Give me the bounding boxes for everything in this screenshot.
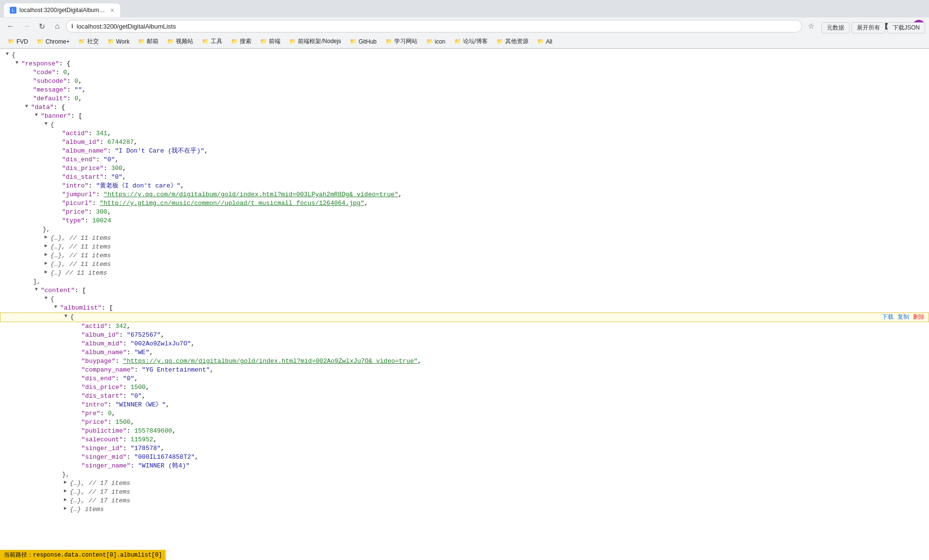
json-banner-collapsed-2: ▶ {…}, // 11 items: [0, 243, 929, 251]
json-dis-price-line: "dis_price": 300,: [0, 164, 929, 173]
json-al-price-line: "price": 1500,: [0, 418, 929, 427]
json-al-company-line: "company_name": "YG Entertainment",: [0, 366, 929, 374]
bookmark-email[interactable]: 📁 邮箱: [134, 36, 162, 47]
tab-bar: L localhost:3200/getDigitalAlbumLists ×: [0, 0, 929, 17]
content-item2-toggle[interactable]: ▶: [62, 488, 69, 495]
bookmarks-bar: 📁 FVD 📁 Chrome+ 📁 社交 📁 Work 📁 邮箱 📁 视频站 📁…: [0, 35, 929, 48]
bookmark-nodejs[interactable]: 📁 前端框架/Nodejs: [285, 36, 345, 47]
data-toggle[interactable]: ▼: [23, 103, 30, 110]
json-message-line: "message": "",: [0, 86, 929, 94]
root-toggle[interactable]: ▼: [4, 51, 11, 58]
json-al-album-mid-line: "album_mid": "002Ao9ZwlxJu7O",: [0, 340, 929, 348]
content-item4-toggle[interactable]: ▶: [62, 505, 69, 512]
bookmark-learning[interactable]: 📁 学习网站: [382, 36, 421, 47]
active-tab[interactable]: L localhost:3200/getDigitalAlbumLists ×: [4, 3, 120, 17]
download-action-button[interactable]: 下载: [882, 313, 894, 322]
forward-button[interactable]: →: [19, 19, 33, 33]
json-al-singer-name-line: "singer_name": "WINNER (韩4)": [0, 462, 929, 470]
tab-favicon: L: [10, 7, 16, 14]
bookmark-all[interactable]: 📁 All: [533, 37, 556, 46]
json-al-publictime-line: "publictime": 1557849600,: [0, 427, 929, 436]
banner-item3-toggle[interactable]: ▶: [43, 251, 49, 258]
json-subcode-line: "subcode": 0,: [0, 77, 929, 86]
delete-action-button[interactable]: 删除: [913, 313, 925, 322]
albumlist-toggle[interactable]: ▼: [52, 304, 59, 311]
json-content-collapsed-2: ▶ {…}, // 17 items: [0, 488, 929, 497]
content-toggle[interactable]: ▼: [33, 286, 40, 293]
bookmark-folder-icon: 📁: [537, 38, 544, 45]
json-album-name-line: "album_name": "I Don't Care (我不在乎)",: [0, 147, 929, 156]
collapse-metadata-button[interactable]: 元数据: [821, 22, 850, 33]
bookmark-label: 论坛/博客: [463, 37, 488, 46]
bookmark-icon[interactable]: 📁 icon: [422, 37, 449, 46]
json-al-dis-price-line: "dis_price": 1500,: [0, 383, 929, 392]
json-default-line: "default": 0,: [0, 94, 929, 103]
json-albumlist-item0-close: },: [0, 470, 929, 479]
bookmark-folder-icon: 📁: [138, 38, 145, 45]
json-albumlist-item0-line: ▼ { 下载 复制 删除: [0, 312, 929, 322]
bookmark-label: icon: [435, 38, 446, 45]
banner-item5-toggle[interactable]: ▶: [43, 269, 49, 276]
albumlist-item0-toggle[interactable]: ▼: [62, 313, 69, 320]
bookmark-label: Work: [116, 38, 130, 45]
content-item1-toggle[interactable]: ▶: [62, 479, 69, 486]
bookmark-video[interactable]: 📁 视频站: [163, 36, 197, 47]
bookmark-label: 视频站: [176, 37, 193, 46]
bookmark-folder-icon: 📁: [260, 38, 267, 45]
home-button[interactable]: ⌂: [50, 19, 64, 33]
response-toggle[interactable]: ▼: [14, 60, 20, 66]
bookmark-social[interactable]: 📁 社交: [75, 36, 103, 47]
json-content-collapsed-1: ▶ {…}, // 17 items: [0, 479, 929, 488]
bookmark-github[interactable]: 📁 GitHub: [346, 37, 380, 46]
banner-toggle[interactable]: ▼: [33, 112, 40, 119]
json-banner-line: ▼ "banner": [: [0, 112, 929, 121]
json-dis-end-line: "dis_end": "0",: [0, 156, 929, 164]
bookmark-frontend[interactable]: 📁 前端: [256, 36, 284, 47]
bookmark-folder-icon: 📁: [202, 38, 209, 45]
bookmark-star-button[interactable]: ☆: [804, 19, 818, 33]
back-button[interactable]: ←: [4, 19, 17, 33]
json-response-line: ▼ "response": {: [0, 60, 929, 68]
bookmark-folder-icon: 📁: [231, 38, 238, 45]
content-item0-toggle[interactable]: ▼: [43, 295, 49, 302]
copy-action-button[interactable]: 复制: [898, 313, 909, 322]
expand-all-button[interactable]: 展开所有: [852, 22, 885, 33]
banner-item4-toggle[interactable]: ▶: [43, 260, 49, 267]
bookmark-label: 邮箱: [147, 37, 158, 46]
banner-item1-toggle[interactable]: ▶: [43, 234, 49, 241]
bookmark-tools[interactable]: 📁 工具: [198, 36, 226, 47]
download-json-button[interactable]: 下载JSON: [887, 22, 925, 33]
tab-close-button[interactable]: ×: [110, 6, 114, 14]
json-banner-collapsed-5: ▶ {…} // 11 items: [0, 269, 929, 278]
json-content-line: ▼ "content": [: [0, 286, 929, 295]
content-item3-toggle[interactable]: ▶: [62, 497, 69, 503]
bookmark-folder-icon: 📁: [37, 38, 44, 45]
bookmark-work[interactable]: 📁 Work: [104, 37, 134, 46]
reload-button[interactable]: ↻: [35, 19, 48, 33]
json-toolbar: 元数据 展开所有 下载JSON: [821, 22, 925, 33]
address-bar[interactable]: ℹ localhost:3200/getDigitalAlbumLists: [66, 20, 802, 32]
json-al-actid-line: "actid": 342,: [0, 322, 929, 331]
bookmark-folder-icon: 📁: [289, 38, 296, 45]
banner-item0-toggle[interactable]: ▼: [43, 121, 49, 127]
bookmark-other[interactable]: 📁 其他资源: [493, 36, 532, 47]
bookmark-forum[interactable]: 📁 论坛/博客: [450, 36, 492, 47]
banner-item2-toggle[interactable]: ▶: [43, 243, 49, 249]
bookmark-search[interactable]: 📁 搜索: [227, 36, 255, 47]
json-al-intro-line: "intro": "WINNER《WE》",: [0, 401, 929, 409]
bookmark-folder-icon: 📁: [350, 38, 356, 45]
json-viewer[interactable]: ▼ { ▼ "response": { "code": 0, "subcode"…: [0, 49, 929, 560]
json-content-collapsed-4: ▶ {…} items: [0, 505, 929, 514]
bookmark-label: Chrome+: [46, 38, 70, 45]
json-code-line: "code": 0,: [0, 68, 929, 77]
bookmark-label: 学习网站: [394, 37, 418, 46]
url-text: localhost:3200/getDigitalAlbumLists: [77, 23, 797, 30]
json-picurl-line: "picurl": "http://y.gtimg.cn/music/commo…: [0, 199, 929, 208]
bookmark-label: FVD: [16, 38, 28, 45]
bookmark-chromeplus[interactable]: 📁 Chrome+: [33, 37, 74, 46]
json-banner-item0-close: },: [0, 225, 929, 234]
bookmark-label: GitHub: [358, 38, 376, 45]
json-price-line: "price": 300,: [0, 208, 929, 217]
bookmark-fvd[interactable]: 📁 FVD: [4, 37, 32, 46]
json-banner-item0-line: ▼ {: [0, 121, 929, 129]
